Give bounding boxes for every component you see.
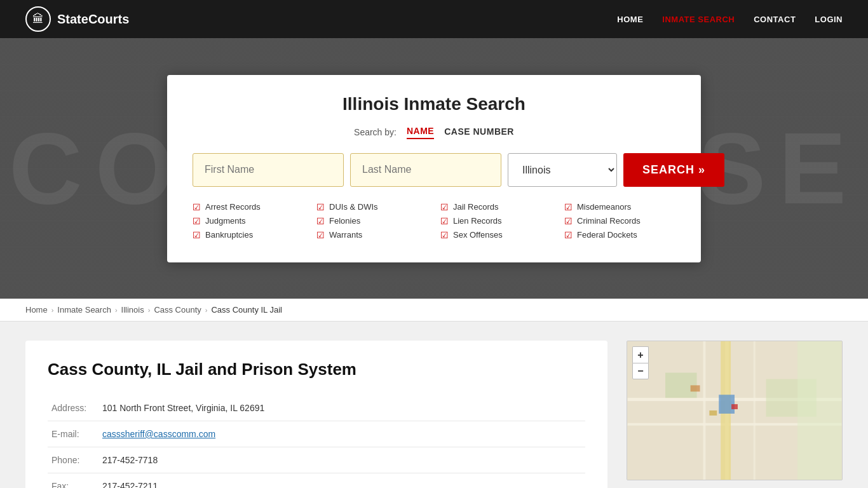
checkbox-icon: ☑ bbox=[193, 216, 201, 226]
checkboxes-grid: ☑Arrest Records☑DUIs & DWIs☑Jail Records… bbox=[193, 202, 675, 240]
map-area: + − bbox=[627, 341, 843, 488]
svg-rect-13 bbox=[797, 341, 841, 480]
jail-title: Cass County, IL Jail and Prison System bbox=[48, 360, 585, 379]
breadcrumb-separator: › bbox=[205, 306, 208, 314]
checkbox-label: Lien Records bbox=[453, 216, 502, 226]
checkbox-label: Federal Dockets bbox=[577, 230, 637, 240]
breadcrumb-separator: › bbox=[51, 306, 54, 314]
checkbox-icon: ☑ bbox=[193, 230, 201, 240]
breadcrumb-separator: › bbox=[148, 306, 151, 314]
checkbox-item: ☑Felonies bbox=[316, 216, 428, 226]
checkbox-item: ☑Judgments bbox=[193, 216, 304, 226]
breadcrumb-link[interactable]: Home bbox=[25, 305, 48, 315]
checkbox-label: Arrest Records bbox=[205, 202, 261, 212]
checkbox-icon: ☑ bbox=[564, 216, 573, 226]
checkbox-icon: ☑ bbox=[440, 202, 449, 212]
checkbox-item: ☑Jail Records bbox=[440, 202, 552, 212]
info-label: Phone: bbox=[48, 447, 98, 473]
checkbox-item: ☑Lien Records bbox=[440, 216, 552, 226]
search-by-label: Search by: bbox=[354, 127, 397, 137]
search-by-row: Search by: NAME CASE NUMBER bbox=[193, 126, 675, 139]
checkbox-item: ☑Federal Dockets bbox=[564, 230, 675, 240]
breadcrumb-link[interactable]: Inmate Search bbox=[57, 305, 111, 315]
nav-link-home[interactable]: HOME bbox=[617, 15, 643, 24]
info-label: Address: bbox=[48, 395, 98, 421]
nav-link-contact[interactable]: CONTACT bbox=[754, 15, 796, 24]
info-row: Address:101 North Front Street, Virginia… bbox=[48, 395, 585, 421]
logo[interactable]: 🏛 StateCourts bbox=[25, 6, 129, 32]
svg-rect-12 bbox=[709, 410, 717, 416]
svg-rect-4 bbox=[703, 341, 705, 480]
map-svg bbox=[627, 341, 842, 480]
info-row: Phone:217-452-7718 bbox=[48, 447, 585, 473]
checkbox-item: ☑Misdemeanors bbox=[564, 202, 675, 212]
info-row: E-mail:casssheriff@casscomm.com bbox=[48, 421, 585, 447]
logo-text: StateCourts bbox=[57, 12, 129, 27]
logo-icon: 🏛 bbox=[25, 6, 51, 32]
info-value: 217-452-7211 bbox=[98, 473, 585, 489]
info-value: 217-452-7718 bbox=[98, 447, 585, 473]
checkbox-item: ☑Criminal Records bbox=[564, 216, 675, 226]
info-label: Fax: bbox=[48, 473, 98, 489]
search-by-name[interactable]: NAME bbox=[407, 126, 434, 139]
checkbox-label: Warrants bbox=[329, 230, 362, 240]
info-table: Address:101 North Front Street, Virginia… bbox=[48, 395, 585, 488]
checkbox-icon: ☑ bbox=[564, 202, 573, 212]
checkbox-icon: ☑ bbox=[316, 216, 325, 226]
header: 🏛 StateCourts HOMEINMATE SEARCHCONTACTLO… bbox=[0, 0, 868, 38]
zoom-in-button[interactable]: + bbox=[632, 346, 649, 363]
main-nav: HOMEINMATE SEARCHCONTACTLOGIN bbox=[617, 13, 843, 25]
info-row: Fax:217-452-7211 bbox=[48, 473, 585, 489]
nav-link-login[interactable]: LOGIN bbox=[815, 15, 843, 24]
svg-rect-5 bbox=[754, 341, 756, 480]
checkbox-label: Judgments bbox=[205, 216, 246, 226]
email-link[interactable]: casssheriff@casscomm.com bbox=[102, 429, 215, 439]
checkbox-icon: ☑ bbox=[316, 202, 325, 212]
checkbox-item: ☑Sex Offenses bbox=[440, 230, 552, 240]
checkbox-label: Bankruptcies bbox=[205, 230, 253, 240]
info-label: E-mail: bbox=[48, 421, 98, 447]
checkbox-item: ☑Warrants bbox=[316, 230, 428, 240]
first-name-input[interactable] bbox=[193, 153, 344, 187]
checkbox-icon: ☑ bbox=[440, 230, 449, 240]
hero-section: COURTHOUSE Illinois Inmate Search Search… bbox=[0, 38, 868, 299]
breadcrumb: Home›Inmate Search›Illinois›Cass County›… bbox=[0, 299, 868, 322]
checkbox-item: ☑DUIs & DWIs bbox=[316, 202, 428, 212]
checkbox-label: DUIs & DWIs bbox=[329, 202, 378, 212]
checkbox-label: Criminal Records bbox=[577, 216, 641, 226]
checkbox-item: ☑Arrest Records bbox=[193, 202, 304, 212]
breadcrumb-link[interactable]: Cass County bbox=[154, 305, 201, 315]
svg-rect-11 bbox=[731, 404, 738, 409]
search-by-case-number[interactable]: CASE NUMBER bbox=[444, 126, 514, 139]
checkbox-label: Sex Offenses bbox=[453, 230, 503, 240]
checkbox-icon: ☑ bbox=[316, 230, 325, 240]
checkbox-icon: ☑ bbox=[440, 216, 449, 226]
info-value: 101 North Front Street, Virginia, IL 626… bbox=[98, 395, 585, 421]
svg-rect-10 bbox=[691, 385, 700, 391]
search-card-title: Illinois Inmate Search bbox=[193, 94, 675, 114]
search-button[interactable]: SEARCH » bbox=[623, 153, 724, 187]
main-content: Cass County, IL Jail and Prison System A… bbox=[0, 322, 868, 488]
state-select[interactable]: Illinois Alabama Alaska Arizona Arkansas… bbox=[508, 153, 617, 187]
checkbox-item: ☑Bankruptcies bbox=[193, 230, 304, 240]
nav-link-inmate-search[interactable]: INMATE SEARCH bbox=[662, 15, 735, 24]
breadcrumb-current: Cass County IL Jail bbox=[211, 305, 282, 315]
breadcrumb-link[interactable]: Illinois bbox=[121, 305, 144, 315]
breadcrumb-separator: › bbox=[115, 306, 118, 314]
checkbox-label: Jail Records bbox=[453, 202, 499, 212]
zoom-out-button[interactable]: − bbox=[632, 363, 649, 379]
checkbox-label: Felonies bbox=[329, 216, 360, 226]
map-container: + − bbox=[627, 341, 843, 480]
info-value[interactable]: casssheriff@casscomm.com bbox=[98, 421, 585, 447]
checkbox-icon: ☑ bbox=[193, 202, 201, 212]
content-card: Cass County, IL Jail and Prison System A… bbox=[25, 341, 607, 488]
checkbox-icon: ☑ bbox=[564, 230, 573, 240]
last-name-input[interactable] bbox=[350, 153, 501, 187]
search-card: Illinois Inmate Search Search by: NAME C… bbox=[167, 75, 701, 262]
search-inputs-row: Illinois Alabama Alaska Arizona Arkansas… bbox=[193, 153, 675, 187]
map-zoom-controls: + − bbox=[632, 346, 649, 379]
checkbox-label: Misdemeanors bbox=[577, 202, 631, 212]
